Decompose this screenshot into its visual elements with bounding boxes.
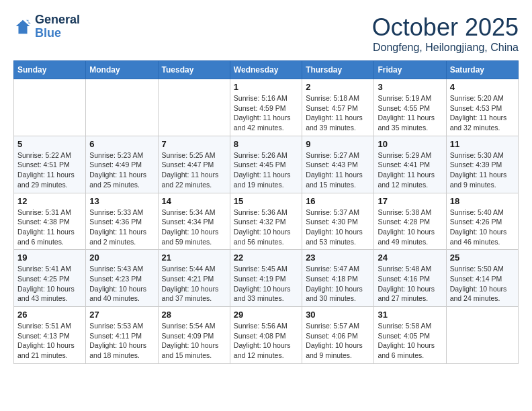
day-number: 7	[162, 139, 226, 149]
day-info: Sunrise: 5:16 AM Sunset: 4:59 PM Dayligh…	[234, 93, 298, 133]
calendar-table: SundayMondayTuesdayWednesdayThursdayFrid…	[13, 60, 519, 364]
day-number: 16	[306, 196, 370, 206]
day-cell: 22Sunrise: 5:45 AM Sunset: 4:19 PM Dayli…	[230, 250, 302, 307]
month-title: October 2025	[372, 13, 519, 42]
svg-marker-0	[16, 20, 30, 34]
day-info: Sunrise: 5:27 AM Sunset: 4:43 PM Dayligh…	[306, 150, 370, 190]
day-cell: 20Sunrise: 5:43 AM Sunset: 4:23 PM Dayli…	[86, 250, 158, 307]
location: Dongfeng, Heilongjiang, China	[372, 42, 519, 54]
day-number: 13	[89, 196, 154, 206]
day-cell: 31Sunrise: 5:58 AM Sunset: 4:05 PM Dayli…	[374, 307, 446, 364]
day-info: Sunrise: 5:45 AM Sunset: 4:19 PM Dayligh…	[234, 264, 298, 304]
day-number: 31	[378, 310, 442, 320]
day-cell: 10Sunrise: 5:29 AM Sunset: 4:41 PM Dayli…	[374, 136, 446, 193]
day-cell	[446, 307, 518, 364]
day-number: 28	[162, 310, 226, 320]
day-number: 30	[306, 310, 370, 320]
day-cell: 5Sunrise: 5:22 AM Sunset: 4:51 PM Daylig…	[14, 136, 86, 193]
day-info: Sunrise: 5:34 AM Sunset: 4:34 PM Dayligh…	[162, 208, 226, 247]
day-cell: 17Sunrise: 5:38 AM Sunset: 4:28 PM Dayli…	[374, 193, 446, 250]
day-number: 25	[450, 253, 515, 263]
day-cell: 30Sunrise: 5:57 AM Sunset: 4:06 PM Dayli…	[302, 307, 374, 364]
day-cell: 9Sunrise: 5:27 AM Sunset: 4:43 PM Daylig…	[302, 136, 374, 193]
day-info: Sunrise: 5:38 AM Sunset: 4:28 PM Dayligh…	[378, 208, 442, 247]
header-thursday: Thursday	[302, 61, 374, 79]
week-row-3: 12Sunrise: 5:31 AM Sunset: 4:38 PM Dayli…	[14, 193, 519, 250]
day-info: Sunrise: 5:22 AM Sunset: 4:51 PM Dayligh…	[17, 150, 82, 190]
day-info: Sunrise: 5:36 AM Sunset: 4:32 PM Dayligh…	[234, 208, 298, 247]
logo-text-general: General	[35, 13, 80, 27]
day-cell: 8Sunrise: 5:26 AM Sunset: 4:45 PM Daylig…	[230, 136, 302, 193]
day-number: 18	[450, 196, 515, 206]
day-number: 20	[89, 253, 154, 263]
day-info: Sunrise: 5:58 AM Sunset: 4:05 PM Dayligh…	[378, 321, 442, 361]
day-info: Sunrise: 5:47 AM Sunset: 4:18 PM Dayligh…	[306, 264, 370, 304]
day-info: Sunrise: 5:50 AM Sunset: 4:14 PM Dayligh…	[450, 264, 515, 304]
header-wednesday: Wednesday	[230, 61, 302, 79]
day-cell: 3Sunrise: 5:19 AM Sunset: 4:55 PM Daylig…	[374, 79, 446, 136]
day-number: 10	[378, 139, 442, 149]
day-info: Sunrise: 5:33 AM Sunset: 4:36 PM Dayligh…	[89, 208, 154, 247]
day-cell: 15Sunrise: 5:36 AM Sunset: 4:32 PM Dayli…	[230, 193, 302, 250]
week-row-1: 1Sunrise: 5:16 AM Sunset: 4:59 PM Daylig…	[14, 79, 519, 136]
day-cell: 2Sunrise: 5:18 AM Sunset: 4:57 PM Daylig…	[302, 79, 374, 136]
day-cell: 14Sunrise: 5:34 AM Sunset: 4:34 PM Dayli…	[158, 193, 230, 250]
day-number: 11	[450, 139, 515, 149]
logo: General Blue	[13, 13, 80, 40]
header-tuesday: Tuesday	[158, 61, 230, 79]
day-info: Sunrise: 5:57 AM Sunset: 4:06 PM Dayligh…	[306, 321, 370, 361]
day-cell: 29Sunrise: 5:56 AM Sunset: 4:08 PM Dayli…	[230, 307, 302, 364]
day-number: 12	[17, 196, 82, 206]
day-info: Sunrise: 5:43 AM Sunset: 4:23 PM Dayligh…	[89, 264, 154, 304]
day-number: 8	[234, 139, 298, 149]
day-info: Sunrise: 5:53 AM Sunset: 4:11 PM Dayligh…	[89, 321, 154, 361]
header-saturday: Saturday	[446, 61, 518, 79]
day-cell: 7Sunrise: 5:25 AM Sunset: 4:47 PM Daylig…	[158, 136, 230, 193]
day-number: 2	[306, 82, 370, 92]
day-info: Sunrise: 5:25 AM Sunset: 4:47 PM Dayligh…	[162, 150, 226, 190]
day-number: 29	[234, 310, 298, 320]
day-number: 14	[162, 196, 226, 206]
day-number: 3	[378, 82, 442, 92]
day-info: Sunrise: 5:48 AM Sunset: 4:16 PM Dayligh…	[378, 264, 442, 304]
day-info: Sunrise: 5:30 AM Sunset: 4:39 PM Dayligh…	[450, 150, 515, 190]
day-number: 19	[17, 253, 82, 263]
day-cell: 24Sunrise: 5:48 AM Sunset: 4:16 PM Dayli…	[374, 250, 446, 307]
day-number: 17	[378, 196, 442, 206]
day-number: 27	[89, 310, 154, 320]
day-number: 26	[17, 310, 82, 320]
day-cell: 23Sunrise: 5:47 AM Sunset: 4:18 PM Dayli…	[302, 250, 374, 307]
day-number: 6	[89, 139, 154, 149]
day-info: Sunrise: 5:44 AM Sunset: 4:21 PM Dayligh…	[162, 264, 226, 304]
day-info: Sunrise: 5:19 AM Sunset: 4:55 PM Dayligh…	[378, 93, 442, 133]
header-monday: Monday	[86, 61, 158, 79]
day-cell: 26Sunrise: 5:51 AM Sunset: 4:13 PM Dayli…	[14, 307, 86, 364]
day-info: Sunrise: 5:20 AM Sunset: 4:53 PM Dayligh…	[450, 93, 515, 133]
day-cell: 28Sunrise: 5:54 AM Sunset: 4:09 PM Dayli…	[158, 307, 230, 364]
day-cell: 13Sunrise: 5:33 AM Sunset: 4:36 PM Dayli…	[86, 193, 158, 250]
day-info: Sunrise: 5:40 AM Sunset: 4:26 PM Dayligh…	[450, 208, 515, 247]
calendar-header-row: SundayMondayTuesdayWednesdayThursdayFrid…	[14, 61, 519, 79]
day-cell	[86, 79, 158, 136]
day-info: Sunrise: 5:56 AM Sunset: 4:08 PM Dayligh…	[234, 321, 298, 361]
day-cell	[158, 79, 230, 136]
day-number: 21	[162, 253, 226, 263]
day-number: 22	[234, 253, 298, 263]
day-cell: 16Sunrise: 5:37 AM Sunset: 4:30 PM Dayli…	[302, 193, 374, 250]
title-block: October 2025 Dongfeng, Heilongjiang, Chi…	[372, 13, 519, 54]
day-number: 24	[378, 253, 442, 263]
day-number: 4	[450, 82, 515, 92]
day-cell: 4Sunrise: 5:20 AM Sunset: 4:53 PM Daylig…	[446, 79, 518, 136]
day-info: Sunrise: 5:23 AM Sunset: 4:49 PM Dayligh…	[89, 150, 154, 190]
day-info: Sunrise: 5:51 AM Sunset: 4:13 PM Dayligh…	[17, 321, 82, 361]
day-info: Sunrise: 5:18 AM Sunset: 4:57 PM Dayligh…	[306, 93, 370, 133]
week-row-4: 19Sunrise: 5:41 AM Sunset: 4:25 PM Dayli…	[14, 250, 519, 307]
day-info: Sunrise: 5:29 AM Sunset: 4:41 PM Dayligh…	[378, 150, 442, 190]
day-number: 9	[306, 139, 370, 149]
header-friday: Friday	[374, 61, 446, 79]
week-row-5: 26Sunrise: 5:51 AM Sunset: 4:13 PM Dayli…	[14, 307, 519, 364]
day-info: Sunrise: 5:54 AM Sunset: 4:09 PM Dayligh…	[162, 321, 226, 361]
week-row-2: 5Sunrise: 5:22 AM Sunset: 4:51 PM Daylig…	[14, 136, 519, 193]
day-info: Sunrise: 5:31 AM Sunset: 4:38 PM Dayligh…	[17, 208, 82, 247]
logo-icon	[13, 17, 32, 36]
